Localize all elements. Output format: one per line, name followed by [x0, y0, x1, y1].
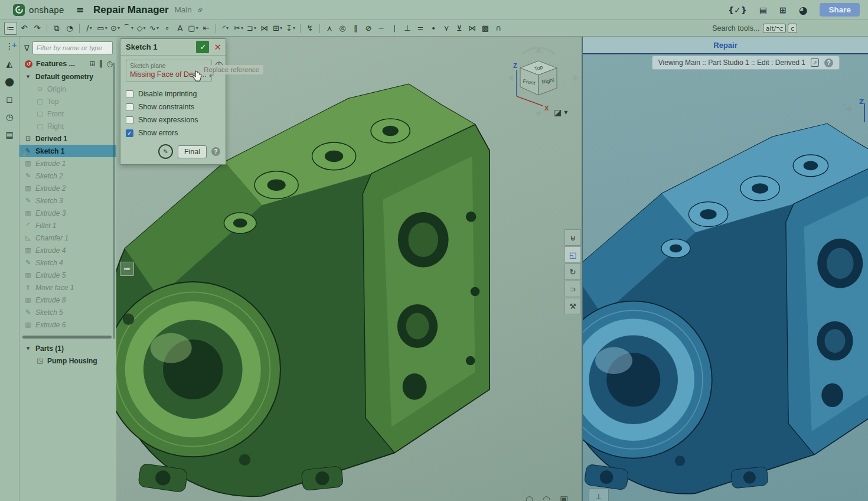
final-button[interactable]: Final [178, 145, 207, 158]
feature-item-sketch-5[interactable]: ✎Sketch 5 [19, 306, 116, 318]
boolean-union-icon[interactable]: ⊎ [564, 229, 581, 246]
document-outline-icon[interactable]: ▤ [759, 5, 767, 15]
copy-paste-icon[interactable]: ⧉ [51, 22, 63, 34]
ghost-cube-icon[interactable]: ▣ [560, 494, 568, 501]
feature-dialog-collapse-button[interactable]: ≔ [120, 262, 134, 276]
feature-item-sketch-2[interactable]: ✎Sketch 2 [19, 170, 116, 182]
onshape-logo-icon[interactable] [13, 4, 25, 16]
feature-item-chamfer-1[interactable]: ◺Chamfer 1 [19, 232, 116, 244]
isolate-part-icon[interactable]: ◱ [564, 246, 581, 263]
feature-item-sketch-4[interactable]: ✎Sketch 4 [19, 256, 116, 269]
checkbox-box[interactable] [126, 90, 133, 98]
parts-header[interactable]: ▾Parts (1) [19, 342, 116, 354]
feature-item-fillet-1[interactable]: ◜Fillet 1 [19, 219, 116, 232]
perpendicular-constraint-icon[interactable]: ⊥ [402, 22, 413, 34]
symmetric-constraint-icon[interactable]: ⋈ [466, 22, 478, 34]
checkbox-disable-imprinting[interactable]: Disable imprinting [126, 87, 220, 100]
equal-constraint-icon[interactable]: = [415, 22, 426, 34]
selection-query-icon[interactable]: ◻ [6, 95, 13, 104]
comment-icon[interactable]: ⬤ [5, 77, 14, 86]
tangent-constraint-icon[interactable]: ⊘ [363, 22, 374, 34]
vertical-constraint-icon[interactable]: | [389, 22, 400, 34]
spline-tool-icon[interactable]: ∿▾ [148, 22, 160, 34]
history-icon[interactable]: ◷ [6, 112, 13, 122]
fix-constraint-icon[interactable]: ▩ [479, 22, 491, 34]
mirror-tool-icon[interactable]: ⋈ [259, 22, 270, 34]
pump-housing-model-blue[interactable] [582, 93, 868, 501]
document-title[interactable]: Repair Manager [93, 4, 169, 16]
external-link-icon[interactable]: ⇗ [811, 58, 819, 67]
checkbox-show-expressions[interactable]: Show expressions [126, 113, 220, 126]
feature-item-extrude-2[interactable]: ▥Extrude 2 [19, 182, 116, 194]
feature-item-sketch-1[interactable]: ✎⚠Sketch 1 [19, 145, 116, 157]
pierce-constraint-icon[interactable]: ⋎ [440, 22, 452, 34]
feature-item-extrude-1[interactable]: ▥Extrude 1 [19, 157, 116, 170]
pattern-tool-icon[interactable]: ⊞▾ [272, 22, 283, 34]
link-icon[interactable]: ∞ [194, 4, 205, 15]
suppress-pause-icon[interactable]: ‖ [99, 60, 103, 68]
part-item-pump-housing[interactable]: ◳Pump Housing [19, 354, 116, 367]
cancel-button[interactable]: ✕ [213, 42, 223, 53]
feature-item-move-face-1[interactable]: ⇧Move face 1 [19, 281, 116, 294]
panel-help-icon[interactable]: ? [824, 58, 833, 67]
arc-tool-icon[interactable]: ⌒▾ [122, 22, 134, 34]
view-options-dropdown[interactable]: ◪▼ [554, 108, 567, 117]
undo-icon[interactable]: ↶ [18, 22, 30, 34]
hamburger-menu-icon[interactable]: ≡ [76, 4, 84, 15]
import-dxf-icon[interactable]: ↧▾ [285, 22, 296, 34]
horizontal-constraint-icon[interactable]: − [376, 22, 387, 34]
ghost-circle-icon[interactable]: ○ [526, 494, 533, 501]
apps-grid-icon[interactable]: ⊞ [779, 5, 787, 15]
search-tools-label[interactable]: Search tools... [712, 24, 759, 32]
checkbox-box[interactable] [126, 116, 133, 124]
checkbox-box[interactable] [126, 103, 133, 111]
vertical-scrollbar[interactable] [113, 63, 115, 339]
featurescript-icon[interactable]: {✓} [728, 5, 747, 15]
filter-input[interactable] [32, 41, 113, 54]
feature-item-default-geometry[interactable]: ▾Default geometry [19, 70, 116, 83]
insert-new-icon[interactable]: ⋮+ [5, 41, 14, 51]
polygon-tool-icon[interactable]: ◇▾ [135, 22, 147, 34]
repair-tab-label[interactable]: Repair [713, 41, 737, 50]
custom-table-icon[interactable]: ▤ [5, 130, 13, 139]
branch-label[interactable]: Main [175, 5, 192, 14]
ghost-arc-icon[interactable]: ◠ [543, 494, 550, 501]
repair-tools-icon[interactable]: ⚒ [564, 298, 581, 314]
accept-button[interactable]: ✓ [196, 41, 209, 53]
redo-icon[interactable]: ↷ [31, 22, 43, 34]
feature-item-extrude-4[interactable]: ▥Extrude 4 [19, 244, 116, 256]
slot-tool-icon[interactable]: ▢▾ [187, 22, 199, 34]
feature-item-derived-1[interactable]: ⊡Derived 1 [19, 132, 116, 145]
sketch-indicator-icon[interactable]: ✎ [158, 144, 173, 159]
trim-tool-icon[interactable]: ✂▾ [233, 22, 244, 34]
dialog-help-icon[interactable]: ? [211, 147, 220, 156]
repair-preview-viewport[interactable]: Repair Viewing Main :: Part Studio 1 :: … [582, 37, 868, 501]
line-tool-icon[interactable]: ∕▾ [83, 22, 95, 34]
circle-tool-icon[interactable]: ⊙▾ [109, 22, 121, 34]
feature-item-extrude-5[interactable]: ▥Extrude 5 [19, 269, 116, 281]
appearance-icon[interactable]: ◭ [6, 59, 13, 69]
checkbox-show-constraints[interactable]: Show constraints [126, 100, 220, 113]
share-button[interactable]: Share [820, 3, 860, 17]
feature-item-extrude-3[interactable]: ▥Extrude 3 [19, 207, 116, 219]
learning-center-icon[interactable]: ◕ [799, 4, 808, 16]
coincident-constraint-icon[interactable]: ⋏ [324, 22, 335, 34]
curvature-constraint-icon[interactable]: ∩ [492, 22, 504, 34]
feature-list-toggle-icon[interactable]: ≔ [4, 22, 17, 35]
checkbox-show-errors[interactable]: ✓Show errors [126, 126, 220, 139]
bottom-tool-button[interactable]: ⊥ [589, 488, 609, 501]
dimension-tool-icon[interactable]: ⇤ [200, 22, 212, 34]
sketch-mode-icon[interactable]: ◔ [64, 22, 76, 34]
feature-item-origin[interactable]: ⊙Origin [19, 83, 116, 95]
concentric-constraint-icon[interactable]: ◎ [337, 22, 348, 34]
parallel-constraint-icon[interactable]: ∥ [350, 22, 361, 34]
feature-item-top[interactable]: ▢Top [19, 95, 116, 108]
context-icon[interactable]: ⊃ [564, 281, 581, 297]
feature-item-extrude-8[interactable]: ▥Extrude 8 [19, 294, 116, 306]
point-tool-icon[interactable]: ∘ [161, 22, 173, 34]
horizontal-scrollbar[interactable] [22, 336, 112, 339]
rectangle-tool-icon[interactable]: ▭▾ [96, 22, 108, 34]
replace-part-icon[interactable]: ↻ [564, 263, 581, 280]
midpoint-constraint-icon[interactable]: ∙ [428, 22, 439, 34]
checkbox-box[interactable]: ✓ [126, 129, 133, 137]
